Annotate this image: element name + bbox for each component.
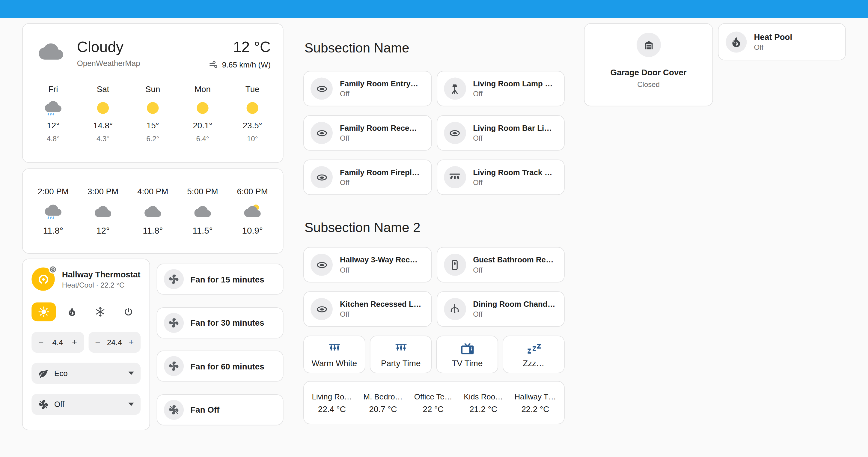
icon-chip (443, 122, 466, 144)
hvac-heat-cool-button[interactable] (31, 302, 56, 321)
decrease-high-button[interactable]: − (94, 338, 102, 347)
fan-button-label: Fan for 60 minutes (190, 362, 264, 371)
thermostat-card: Hallway Thermostat Heat/Cool · 22.2 °C −… (22, 259, 150, 431)
entity-card-living-room-lamp[interactable]: Living Room Lamp … Off (436, 71, 565, 106)
weather-cloudy-icon (194, 203, 211, 220)
fan-60-min-button[interactable]: Fan for 60 minutes (157, 351, 283, 382)
hvac-cool-button[interactable] (88, 302, 113, 321)
flame-icon (66, 306, 78, 317)
forecast-high: 20.1° (193, 121, 212, 130)
entity-name: Family Room Firepl… (340, 168, 420, 177)
weather-cloudy-icon (95, 203, 111, 220)
fan-15-min-button[interactable]: Fan for 15 minutes (157, 264, 283, 295)
scene-label: Zzz… (523, 358, 544, 368)
entity-card-living-room-bar[interactable]: Living Room Bar Li… Off (436, 115, 565, 151)
temperature-sensor-master-bedroom[interactable]: M. Bedro… 20.7 °C (364, 392, 403, 414)
entity-card-living-room-track[interactable]: Living Room Track … Off (436, 159, 565, 195)
weather-summary: Cloudy OpenWeatherMap 12 °C 9.65 km/h (W… (23, 24, 283, 69)
fan-mode-value: Off (54, 400, 64, 409)
sensor-name: Hallway T… (514, 392, 556, 401)
sensor-name: M. Bedro… (364, 392, 403, 401)
fan-off-icon (38, 399, 49, 409)
scene-tv-time-button[interactable]: TV Time (436, 336, 498, 373)
forecast-hour: 3:00 PM 12° (78, 186, 128, 236)
flame-icon (730, 35, 743, 48)
sensor-value: 22.4 °C (312, 404, 352, 413)
fan-30-min-button[interactable]: Fan for 30 minutes (157, 307, 283, 338)
entity-name: Dining Room Chand… (473, 300, 555, 309)
scene-sleep-button[interactable]: Zzz… (503, 336, 565, 373)
daily-forecast: Fri 12° 4.8° Sat 14.8° 4.3° Sun 15° 6.2°… (23, 84, 283, 143)
fan-icon-chip (164, 269, 184, 289)
hourly-forecast-card[interactable]: 2:00 PM 11.8° 3:00 PM 12° 4:00 PM 11.8° … (22, 168, 283, 253)
sensor-value: 20.7 °C (364, 404, 403, 413)
entity-name: Living Room Bar Li… (473, 124, 552, 132)
thermostat-status: Heat/Cool · 22.2 °C (62, 280, 141, 289)
forecast-hour: 4:00 PM 11.8° (128, 186, 178, 236)
entity-name: Family Room Entry… (340, 79, 418, 88)
forecast-low: 4.8° (47, 135, 60, 143)
garage-state: Closed (637, 80, 660, 89)
hvac-heat-button[interactable] (60, 302, 84, 321)
entity-card-guest-bathroom[interactable]: Guest Bathroom Re… Off (436, 247, 565, 282)
fan-icon-chip (164, 400, 184, 420)
scene-party-time-button[interactable]: Party Time (370, 336, 432, 373)
clock-icon (50, 267, 56, 272)
forecast-hour: 5:00 PM 11.5° (178, 186, 227, 236)
sensor-value: 22 °C (414, 404, 452, 413)
garage-icon (642, 38, 655, 51)
forecast-high: 12° (47, 121, 59, 130)
garage-name: Garage Door Cover (611, 67, 687, 77)
entities-column: Subsection Name Family Room Entry… Off L… (303, 39, 565, 424)
entity-state: Off (473, 266, 554, 274)
temperature-sensor-office[interactable]: Office Te… 22 °C (414, 392, 452, 414)
entity-name: Living Room Lamp … (473, 79, 553, 88)
entity-card-family-room-entry[interactable]: Family Room Entry… Off (303, 71, 432, 106)
recessed-light-icon (315, 126, 328, 139)
fan-off-button[interactable]: Fan Off (157, 394, 283, 425)
increase-low-button[interactable]: + (70, 338, 78, 347)
weather-condition: Cloudy (77, 38, 140, 56)
entity-card-hallway-3way[interactable]: Hallway 3-Way Rec… Off (303, 247, 432, 282)
entity-card-kitchen-recessed[interactable]: Kitchen Recessed L… Off (303, 291, 432, 327)
fan-button-label: Fan for 30 minutes (190, 318, 264, 327)
power-icon (123, 306, 134, 317)
entity-card-dining-room-chandelier[interactable]: Dining Room Chand… Off (436, 291, 565, 327)
scene-warm-white-button[interactable]: Warm White (303, 336, 365, 373)
fan-mode-select[interactable]: Off (31, 394, 141, 415)
preset-select[interactable]: Eco (31, 363, 141, 384)
forecast-low: 4.3° (96, 135, 110, 143)
fan-icon (168, 361, 179, 372)
temperature-sensor-kids-room[interactable]: Kids Roo… 21.2 °C (464, 392, 503, 414)
temperature-sensor-living-room[interactable]: Living Ro… 22.4 °C (312, 392, 352, 414)
sensor-name: Living Ro… (312, 392, 352, 401)
forecast-day-label: Mon (194, 84, 211, 94)
leaf-icon (38, 368, 49, 378)
forecast-day-label: Sat (97, 84, 110, 94)
forecast-time-label: 4:00 PM (137, 186, 168, 196)
hvac-off-button[interactable] (116, 302, 141, 321)
forecast-day: Mon 20.1° 6.4° (178, 84, 227, 143)
entity-state: Off (340, 310, 422, 318)
thermostat-header[interactable]: Hallway Thermostat Heat/Cool · 22.2 °C (31, 268, 141, 291)
entity-state: Off (473, 90, 553, 98)
weather-rainy-icon (45, 203, 61, 220)
icon-chip (311, 166, 333, 188)
icon-chip (311, 254, 333, 276)
decrease-low-button[interactable]: − (37, 338, 45, 347)
sensor-value: 21.2 °C (464, 404, 503, 413)
thermostat-name: Hallway Thermostat (62, 270, 141, 279)
temperature-sensor-hallway[interactable]: Hallway T… 22.2 °C (514, 392, 556, 414)
entity-card-family-room-recessed[interactable]: Family Room Rece… Off (303, 115, 432, 151)
scene-label: Party Time (381, 358, 421, 368)
hvac-mode-row (31, 302, 141, 321)
garage-door-card[interactable]: Garage Door Cover Closed (584, 23, 713, 106)
forecast-hour: 2:00 PM 11.8° (28, 186, 78, 236)
entity-name: Guest Bathroom Re… (473, 255, 554, 264)
entity-card-family-room-fireplace[interactable]: Family Room Firepl… Off (303, 159, 432, 195)
heat-pool-card[interactable]: Heat Pool Off (718, 23, 846, 61)
increase-high-button[interactable]: + (127, 338, 135, 347)
forecast-temp: 12° (96, 226, 110, 236)
television-icon (460, 341, 475, 356)
weather-card[interactable]: Cloudy OpenWeatherMap 12 °C 9.65 km/h (W… (22, 23, 283, 163)
